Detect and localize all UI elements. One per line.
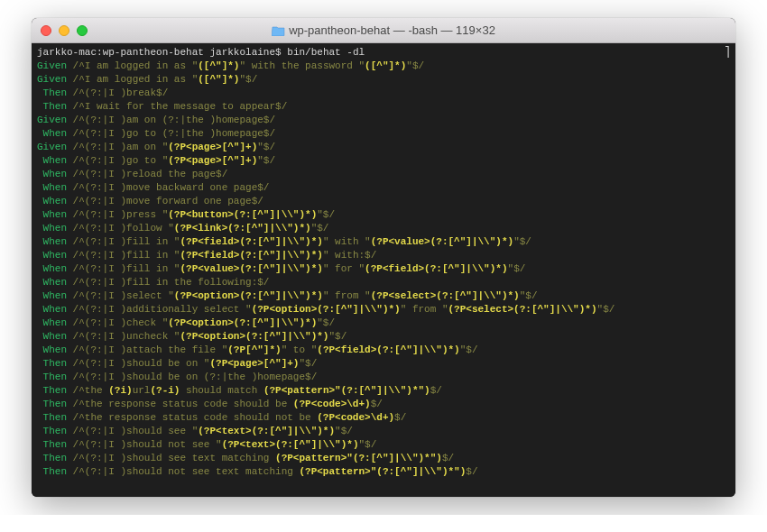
regex-text: "$/: [460, 344, 478, 355]
scroll-bracket-top: ⎤: [724, 46, 730, 60]
command: bin/behat -dl: [287, 47, 365, 58]
regex-text: /^(?:|I )fill in ": [67, 250, 180, 261]
window-title: wp-pantheon-behat — -bash — 119×32: [32, 23, 735, 37]
step-keyword: When: [37, 128, 67, 139]
regex-capture: (?P<field>(?:[^"]|\\")*): [180, 236, 322, 247]
step-keyword: Then: [37, 426, 67, 436]
output-line: Then /^the response status code should b…: [37, 398, 730, 411]
output-line: Then /^(?:|I )should see text matching (…: [37, 452, 730, 465]
regex-capture: ([^"]*): [198, 60, 239, 71]
regex-text: /^I wait for the message to appear$/: [67, 101, 287, 112]
step-keyword: Then: [37, 466, 67, 477]
regex-text: /^(?:|I )reload the page$/: [67, 169, 227, 179]
regex-text: "$/: [520, 290, 538, 301]
step-keyword: When: [37, 277, 67, 288]
prompt-line: jarkko-mac:wp-pantheon-behat jarkkolaine…: [37, 46, 730, 60]
step-keyword: When: [37, 250, 67, 261]
step-keyword: Given: [37, 74, 67, 85]
regex-text: /^(?:|I )break$/: [67, 87, 168, 98]
step-keyword: Then: [37, 385, 67, 396]
regex-text: /^(?:|I )move forward one page$/: [67, 196, 263, 206]
regex-capture: ([^"]*): [365, 60, 406, 71]
regex-capture: (?P<code>\d+): [317, 412, 394, 423]
regex-text: /^(?:|I )should be on ": [67, 358, 209, 369]
regex-capture: (?P<option>(?:[^"]|\\")*): [174, 290, 323, 301]
regex-text: /^the response status code should be: [67, 399, 293, 409]
step-keyword: Then: [37, 399, 67, 409]
regex-text: /^(?:|I )should see text matching: [67, 453, 275, 463]
regex-text: "$/: [311, 223, 329, 234]
output-line: When /^(?:|I )fill in "(?P<value>(?:[^"]…: [37, 262, 730, 276]
regex-capture: (?P<option>(?:[^"]|\\")*): [252, 304, 401, 315]
step-keyword: Then: [37, 101, 67, 112]
regex-capture: (?P<field>(?:[^"]|\\")*): [365, 263, 507, 274]
regex-capture: (?P<page>[^"]+): [168, 155, 257, 166]
step-keyword: When: [37, 331, 67, 342]
output-line: Then /^(?:|I )should be on "(?P<page>[^"…: [37, 357, 730, 371]
step-keyword: When: [37, 182, 67, 193]
regex-text: " from ": [323, 290, 371, 301]
output-line: When /^(?:|I )check "(?P<option>(?:[^"]|…: [37, 316, 730, 330]
terminal-body[interactable]: ⎤ jarkko-mac:wp-pantheon-behat jarkkolai…: [32, 43, 735, 497]
regex-text: "$/: [335, 426, 353, 436]
output-line: When /^(?:|I )fill in "(?P<field>(?:[^"]…: [37, 235, 730, 249]
regex-text: /^the response status code should not be: [67, 412, 317, 423]
regex-capture: (?P<option>(?:[^"]|\\")*): [168, 317, 317, 328]
regex-capture: (?P<field>(?:[^"]|\\")*): [317, 344, 459, 355]
regex-text: " from ": [401, 304, 448, 315]
output-line: Given /^(?:|I )am on (?:|the )homepage$/: [37, 114, 730, 127]
output-line: Given /^I am logged in as "([^"]*)"$/: [37, 73, 730, 87]
regex-text: "$/: [317, 317, 335, 328]
terminal-output: Given /^I am logged in as "([^"]*)" with…: [37, 60, 730, 479]
regex-capture: (?i): [108, 385, 132, 396]
regex-text: /^(?:|I )should not see text matching: [67, 466, 299, 477]
output-line: Then /^(?:|I )should see "(?P<text>(?:[^…: [37, 425, 730, 438]
title-text: wp-pantheon-behat — -bash — 119×32: [289, 23, 495, 37]
regex-text: "$/: [257, 155, 275, 166]
regex-text: "$/: [257, 142, 275, 152]
regex-capture: (?P<value>(?:[^"]|\\")*): [371, 236, 513, 247]
output-line: When /^(?:|I )uncheck "(?P<option>(?:[^"…: [37, 330, 730, 344]
step-keyword: When: [37, 196, 67, 206]
output-line: When /^(?:|I )reload the page$/: [37, 168, 730, 181]
regex-capture: (?P<page>[^"]+): [168, 142, 257, 152]
regex-capture: (?P<field>(?:[^"]|\\")*): [180, 250, 322, 261]
step-keyword: When: [37, 290, 67, 301]
regex-capture: (?P<text>(?:[^"]|\\")*): [222, 439, 359, 450]
regex-text: /^the: [67, 385, 108, 396]
regex-capture: (?P<pattern>"(?:[^"]|\\")*"): [263, 385, 430, 396]
step-keyword: When: [37, 169, 67, 179]
regex-text: /^(?:|I )attach the file ": [67, 344, 227, 355]
regex-text: $/: [442, 453, 454, 463]
regex-text: $/: [371, 399, 383, 409]
regex-capture: (?P[^"]*): [227, 344, 281, 355]
regex-capture: (?P<page>[^"]+): [209, 358, 299, 369]
regex-text: $/: [394, 412, 406, 423]
step-keyword: When: [37, 155, 67, 166]
regex-text: /^(?:|I )additionally select ": [67, 304, 252, 315]
output-line: When /^(?:|I )fill in "(?P<field>(?:[^"]…: [37, 249, 730, 262]
regex-text: $/: [466, 466, 477, 477]
step-keyword: When: [37, 304, 67, 315]
folder-icon: [272, 25, 285, 36]
regex-capture: (?P<pattern>"(?:[^"]|\\")*"): [299, 466, 466, 477]
regex-text: /^(?:|I )should not see ": [67, 439, 222, 450]
output-line: When /^(?:|I )fill in the following:$/: [37, 276, 730, 289]
regex-text: /^(?:|I )press ": [67, 209, 168, 220]
regex-text: " with ": [323, 236, 371, 247]
step-keyword: Then: [37, 412, 67, 423]
output-line: Then /^the (?i)url(?-i) should match (?P…: [37, 384, 730, 398]
regex-capture: (?P<button>(?:[^"]|\\")*): [168, 209, 317, 220]
regex-capture: (?P<option>(?:[^"]|\\")*): [180, 331, 328, 342]
regex-text: /^(?:|I )should be on (?:|the )homepage$…: [67, 371, 317, 382]
prompt-host: jarkko-mac: [37, 47, 97, 58]
regex-text: /^(?:|I )check ": [67, 317, 168, 328]
regex-capture: (?P<select>(?:[^"]|\\")*): [371, 290, 520, 301]
regex-text: " to ": [282, 344, 318, 355]
regex-text: /^(?:|I )fill in ": [67, 236, 180, 247]
regex-capture: (?P<code>\d+): [293, 399, 371, 409]
step-keyword: When: [37, 223, 67, 234]
step-keyword: Then: [37, 453, 67, 463]
output-line: When /^(?:|I )go to "(?P<page>[^"]+)"$/: [37, 154, 730, 168]
regex-text: "$/: [406, 60, 424, 71]
